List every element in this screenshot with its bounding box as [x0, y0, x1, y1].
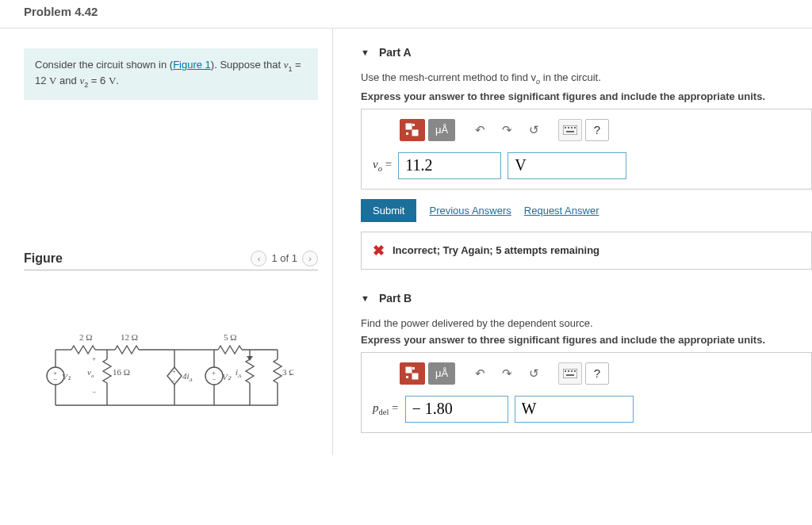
figure-pager: ‹ 1 of 1 ›	[251, 251, 318, 266]
figure-heading: Figure	[24, 251, 63, 266]
template-icon[interactable]	[400, 362, 425, 385]
part-b-answer-box: μÅ ↶ ↷ ↺ ? pdel =	[361, 352, 812, 433]
svg-text:4iΔ: 4iΔ	[182, 371, 193, 383]
svg-text:vo: vo	[87, 367, 94, 379]
figure-next-button[interactable]: ›	[302, 251, 318, 266]
redo-icon[interactable]: ↷	[495, 119, 519, 141]
part-b: ▼ Part B Find the power delivered by the…	[361, 292, 812, 433]
part-a-submit-row: Submit Previous Answers Request Answer	[361, 199, 812, 222]
svg-text:3 Ω: 3 Ω	[282, 367, 293, 377]
svg-rect-50	[406, 367, 412, 373]
part-b-toolbar: μÅ ↶ ↷ ↺ ?	[400, 362, 800, 385]
svg-rect-58	[574, 370, 576, 372]
undo-icon[interactable]: ↶	[468, 362, 492, 385]
problem-prompt: Consider the circuit shown in (Figure 1)…	[24, 48, 318, 100]
svg-rect-47	[571, 127, 573, 128]
svg-text:+: +	[172, 368, 176, 375]
undo-icon[interactable]: ↶	[468, 119, 492, 141]
incorrect-icon: ✖	[373, 242, 385, 259]
svg-rect-57	[571, 370, 573, 372]
template-icon[interactable]	[400, 119, 425, 141]
previous-answers-link[interactable]: Previous Answers	[429, 205, 511, 217]
svg-rect-44	[563, 125, 577, 135]
figure-header: Figure ‹ 1 of 1 ›	[24, 251, 318, 270]
svg-rect-46	[568, 127, 569, 128]
part-a-feedback: ✖ Incorrect; Try Again; 5 attempts remai…	[361, 232, 812, 270]
left-pane: Consider the circuit shown in (Figure 1)…	[0, 29, 333, 455]
svg-rect-42	[412, 130, 418, 136]
part-a-value-input[interactable]	[398, 152, 501, 179]
svg-rect-52	[412, 374, 418, 379]
svg-text:V₁: V₁	[62, 372, 71, 381]
svg-text:5 Ω: 5 Ω	[224, 332, 236, 342]
redo-icon[interactable]: ↷	[495, 362, 519, 385]
svg-text:−: −	[53, 375, 57, 383]
part-a: ▼ Part A Use the mesh-current method to …	[361, 46, 812, 270]
part-b-toggle[interactable]: ▼	[361, 293, 370, 303]
part-b-value-input[interactable]	[405, 396, 508, 423]
svg-rect-56	[568, 370, 569, 372]
part-a-toolbar: μÅ ↶ ↷ ↺ ?	[400, 119, 800, 141]
keyboard-icon[interactable]	[558, 362, 582, 385]
figure-link[interactable]: Figure 1	[173, 59, 211, 71]
units-button[interactable]: μÅ	[428, 119, 455, 141]
problem-title: Problem 4.42	[24, 5, 788, 18]
svg-rect-59	[566, 374, 574, 376]
svg-rect-53	[406, 376, 408, 378]
svg-rect-43	[406, 132, 408, 135]
svg-text:−: −	[212, 375, 216, 383]
svg-text:2 Ω: 2 Ω	[79, 332, 92, 342]
part-b-instruction: Find the power delivered by the dependen…	[361, 317, 812, 329]
request-answer-link[interactable]: Request Answer	[524, 205, 599, 217]
svg-rect-54	[563, 369, 577, 378]
part-a-instruction-bold: Express your answer to three significant…	[361, 90, 812, 102]
svg-text:−: −	[172, 377, 176, 385]
svg-text:16 Ω: 16 Ω	[113, 367, 130, 377]
figure-prev-button[interactable]: ‹	[251, 251, 266, 266]
keyboard-icon[interactable]	[558, 119, 582, 141]
part-a-answer-box: μÅ ↶ ↷ ↺ ? vo =	[361, 109, 812, 190]
svg-rect-48	[574, 127, 576, 128]
circuit-diagram: 2 Ω 12 Ω 5 Ω V₁ + − vo + − 16 Ω 4iΔ + − …	[40, 326, 293, 421]
units-button[interactable]: μÅ	[428, 362, 455, 385]
help-button[interactable]: ?	[585, 362, 609, 385]
part-a-lhs: vo =	[373, 158, 392, 173]
svg-text:+: +	[92, 354, 96, 362]
svg-rect-45	[565, 127, 566, 128]
reset-icon[interactable]: ↺	[522, 119, 546, 141]
part-b-instruction-bold: Express your answer to three significant…	[361, 334, 812, 346]
svg-rect-51	[412, 367, 415, 370]
part-a-unit-input[interactable]	[508, 152, 626, 179]
part-a-toggle[interactable]: ▼	[361, 48, 370, 57]
part-b-unit-input[interactable]	[515, 396, 634, 423]
svg-text:12 Ω: 12 Ω	[121, 332, 138, 342]
svg-text:−: −	[92, 388, 96, 396]
right-pane: ▼ Part A Use the mesh-current method to …	[333, 29, 812, 455]
help-button[interactable]: ?	[585, 119, 609, 141]
svg-rect-41	[412, 124, 415, 126]
part-b-lhs: pdel =	[373, 401, 399, 416]
page-header: Problem 4.42	[0, 0, 812, 29]
svg-rect-40	[406, 124, 412, 129]
svg-rect-49	[566, 131, 574, 132]
part-b-title: Part B	[379, 292, 412, 305]
submit-button[interactable]: Submit	[361, 199, 416, 222]
part-a-title: Part A	[379, 46, 412, 59]
part-a-instruction: Use the mesh-current method to find vo i…	[361, 71, 812, 86]
svg-text:iΔ: iΔ	[236, 367, 241, 379]
svg-text:V₂: V₂	[222, 372, 232, 381]
svg-rect-55	[565, 370, 566, 372]
reset-icon[interactable]: ↺	[522, 362, 546, 385]
